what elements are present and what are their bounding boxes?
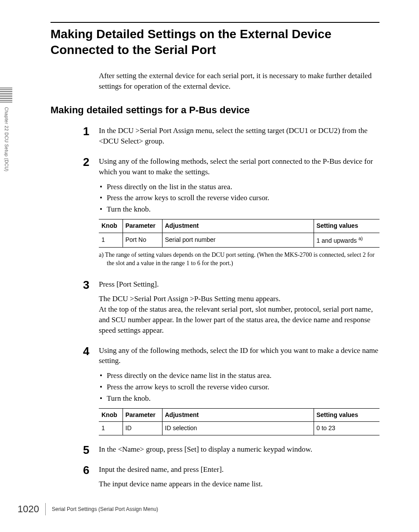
- footer-divider: [45, 503, 46, 515]
- col-header-parameter: Parameter: [123, 219, 162, 233]
- col-header-knob: Knob: [99, 408, 123, 422]
- cell-adjustment: ID selection: [162, 422, 314, 435]
- knob-parameter-table: Knob Parameter Adjustment Setting values…: [99, 408, 379, 435]
- step-text: Input the desired name, and press [Enter…: [99, 464, 379, 475]
- cell-parameter: ID: [123, 422, 162, 435]
- step-number: 1: [83, 126, 99, 137]
- intro-paragraph: After setting the external device for ea…: [99, 71, 379, 92]
- col-header-adjustment: Adjustment: [162, 219, 314, 233]
- step-text: In the <Name> group, press [Set] to disp…: [99, 444, 379, 455]
- footnote-ref: a): [358, 236, 363, 241]
- cell-knob: 1: [99, 422, 123, 435]
- sidebar-marker: Chapter 22 DCU Setup (DCU): [0, 88, 12, 172]
- table-header-row: Knob Parameter Adjustment Setting values: [99, 219, 379, 233]
- bullet-list: Press directly on the list in the status…: [99, 182, 379, 215]
- step-1: 1 In the DCU >Serial Port Assign menu, s…: [99, 126, 379, 151]
- page-number: 1020: [18, 503, 39, 515]
- cell-adjustment: Serial port number: [162, 233, 314, 247]
- list-item: Press the arrow keys to scroll the rever…: [99, 193, 379, 203]
- col-header-parameter: Parameter: [123, 408, 162, 422]
- step-text: In the DCU >Serial Port Assign menu, sel…: [99, 126, 379, 147]
- list-item: Turn the knob.: [99, 204, 379, 215]
- list-item: Press the arrow keys to scroll the rever…: [99, 382, 379, 392]
- page-title: Making Detailed Settings on the External…: [51, 26, 379, 58]
- step-text: At the top of the status area, the relev…: [99, 304, 379, 335]
- step-text: Using any of the following methods, sele…: [99, 156, 379, 177]
- step-text: Using any of the following methods, sele…: [99, 345, 379, 367]
- list-item: Press directly on the list in the status…: [99, 182, 379, 192]
- table-row: 1 Port No Serial port number 1 and upwar…: [99, 233, 379, 247]
- step-5: 5 In the <Name> group, press [Set] to di…: [99, 444, 379, 459]
- col-header-adjustment: Adjustment: [162, 408, 314, 422]
- setting-value-text: 1 and upwards: [317, 237, 359, 244]
- step-2: 2 Using any of the following methods, se…: [99, 156, 379, 274]
- cell-knob: 1: [99, 233, 123, 247]
- top-rule: [51, 22, 379, 23]
- col-header-setting: Setting values: [314, 408, 379, 422]
- sidebar-chapter-label: Chapter 22 DCU Setup (DCU): [4, 107, 9, 172]
- margin-lines-icon: [0, 88, 12, 104]
- cell-setting: 1 and upwards a): [314, 233, 379, 247]
- step-number: 4: [83, 345, 99, 357]
- col-header-setting: Setting values: [314, 219, 379, 233]
- step-number: 5: [83, 444, 99, 456]
- list-item: Turn the knob.: [99, 393, 379, 404]
- table-header-row: Knob Parameter Adjustment Setting values: [99, 408, 379, 422]
- col-header-knob: Knob: [99, 219, 123, 233]
- step-4: 4 Using any of the following methods, se…: [99, 345, 379, 439]
- step-6: 6 Input the desired name, and press [Ent…: [99, 464, 379, 494]
- table-footnote: a) The range of setting values depends o…: [99, 251, 379, 268]
- cell-parameter: Port No: [123, 233, 162, 247]
- step-number: 2: [83, 156, 99, 168]
- bullet-list: Press directly on the device name list i…: [99, 370, 379, 403]
- list-item: Press directly on the device name list i…: [99, 370, 379, 381]
- table-row: 1 ID ID selection 0 to 23: [99, 422, 379, 435]
- section-heading: Making detailed settings for a P-Bus dev…: [51, 104, 379, 116]
- knob-parameter-table: Knob Parameter Adjustment Setting values…: [99, 219, 379, 248]
- step-number: 6: [83, 464, 99, 476]
- step-number: 3: [83, 279, 99, 291]
- footer-section-label: Serial Port Settings (Serial Port Assign…: [52, 506, 158, 512]
- page-footer: 1020 Serial Port Settings (Serial Port A…: [18, 503, 158, 515]
- step-text: The DCU >Serial Port Assign >P-Bus Setti…: [99, 294, 379, 304]
- step-text: Press [Port Setting].: [99, 279, 379, 290]
- cell-setting: 0 to 23: [314, 422, 379, 435]
- step-3: 3 Press [Port Setting]. The DCU >Serial …: [99, 279, 379, 340]
- step-text: The input device name appears in the dev…: [99, 479, 379, 489]
